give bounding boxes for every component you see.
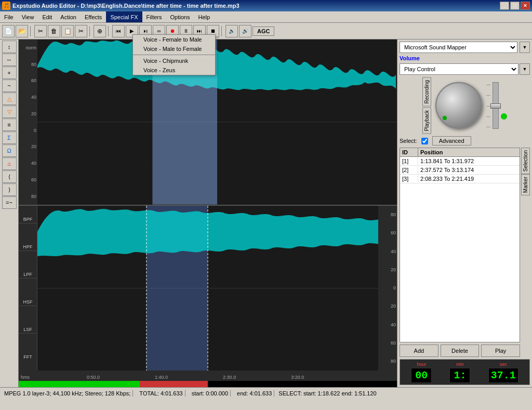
tool-select[interactable]: ↕ [2,41,17,53]
menu-action[interactable]: Action [56,11,81,22]
tool-zoom-in[interactable]: + [2,67,17,79]
volume-knob[interactable] [435,82,482,129]
tool-silence[interactable]: ≡ [2,118,17,131]
marker-tab[interactable]: Marker [521,174,530,195]
filter-labels: BPF HPF LPF HSF LSF FFT [19,206,37,371]
tool-draw[interactable]: ~ [2,80,17,92]
menu-view[interactable]: View [18,11,38,22]
slider-scale: — — — — — [486,82,490,129]
menu-options[interactable]: Options [166,11,194,22]
menu-bar: File View Edit Action Effects Special FX… [0,11,532,23]
marker-panel: ID Position [1] 1:13.841 To 1:31.972 [2]… [400,148,520,342]
menu-effects[interactable]: Effects [81,11,106,22]
ruler-320: 3:20.0 [291,375,304,380]
marker-add-button[interactable]: Add [400,345,438,357]
select-label: Select: [400,138,417,144]
marker-buttons: Add Delete Play [400,345,520,357]
select-checkbox[interactable] [421,138,428,144]
menu-file[interactable]: File [0,11,18,22]
marker-id-3: [3] [400,175,418,182]
paste-button[interactable]: ✂ [75,25,87,37]
menu-voice-male-to-female[interactable]: Voice - Male to Female [133,44,215,54]
close-button[interactable]: ✕ [521,2,530,10]
device-selector-row: Microsoft Sound Mapper ▼ [400,42,530,53]
tool-fade-in[interactable]: △ [2,92,17,105]
vol-down-button[interactable]: 🔉 [225,25,238,37]
timer-sec-display: 37.1 [488,368,518,383]
device-dropdown-btn[interactable]: ▼ [520,42,530,53]
left-toolbar: ↕ ↔ + ~ △ ▽ ≡ Σ Ω ⌂ ⟨ ⟩ =~ [0,39,19,387]
tool-left[interactable]: ⟨ [2,170,17,183]
play-control-select[interactable]: Play Control [400,63,518,75]
menu-help[interactable]: Help [194,11,214,22]
marker-row-2[interactable]: [2] 2:37.572 To 3:13.174 [400,166,520,175]
tool-special[interactable]: ⌂ [2,157,17,170]
delete-button[interactable]: 🗑 [48,25,60,37]
marker-id-2: [2] [400,166,418,174]
menu-edit[interactable]: Edit [38,11,56,22]
recording-tab[interactable]: Recording [422,77,431,107]
marker-pos-1: 1:13.841 To 1:31.972 [418,157,476,165]
copy-button[interactable]: 📋 [61,25,74,37]
tool-wave[interactable]: Σ [2,131,17,144]
tool-right[interactable]: ⟩ [2,183,17,196]
cut-button[interactable]: ✂ [34,25,47,37]
marker-header: ID Position [400,148,520,157]
menu-voice-chipmunk[interactable]: Voice - Chipmunk [133,56,215,65]
marker-col-position: Position [418,148,445,156]
status-bar: MPEG 1.0 layer-3; 44,100 kHz; Stereo; 12… [0,387,532,399]
timer-hour-label: hour [417,362,426,367]
tool-move[interactable]: ↔ [2,54,17,66]
toolbar-separator-4 [221,26,223,36]
menu-filters[interactable]: Filters [142,11,166,22]
marker-row-3[interactable]: [3] 2:08.233 To 2:21.419 [400,175,520,183]
toolbar-separator-3 [108,26,110,36]
maximize-button[interactable]: □ [510,2,520,10]
status-end: end: 4:01.633 [235,390,274,396]
knob-indicator [443,116,447,120]
menu-separator [133,55,215,55]
transport-rewind[interactable]: ⏮ [112,25,125,37]
tool-eq[interactable]: =~ [2,196,17,209]
selection-tab[interactable]: Selection [521,148,530,174]
volume-slider-track[interactable] [493,82,499,129]
vol-up-button[interactable]: 🔊 [239,25,251,37]
play-control-dropdown-btn[interactable]: ▼ [520,63,530,75]
marker-delete-button[interactable]: Delete [441,345,480,357]
marker-row-1[interactable]: [1] 1:13.841 To 1:31.972 [400,157,520,166]
status-file-info: MPEG 1.0 layer-3; 44,100 kHz; Stereo; 12… [2,390,133,396]
marker-pos-3: 2:08.233 To 2:21.419 [418,175,476,182]
new-button[interactable]: 📄 [2,25,15,37]
window-title: Expstudio Audio Editor - D:\mp3\English.… [12,3,240,9]
menu-voice-female-to-male[interactable]: Voice - Female to Male [133,35,215,44]
device-select[interactable]: Microsoft Sound Mapper [400,42,517,53]
volume-slider-area: — — — — — [486,77,507,134]
waveform-bottom[interactable] [37,206,378,371]
timer-sec-label: sec [500,362,507,367]
minimize-button[interactable]: _ [500,2,509,10]
advanced-button[interactable]: Advanced [432,136,471,146]
agc-button[interactable]: AGC [252,27,274,36]
y-labels-bottom: 80 60 40 20 0 20 40 60 80 [378,206,397,371]
timer-hour-group: hour 00 [411,362,432,383]
timer-min-display: 1: [449,368,470,383]
volume-slider-thumb[interactable] [490,103,501,109]
playback-tab[interactable]: Playback [422,108,431,134]
menu-voice-zeus[interactable]: Voice - Zeus [133,65,215,75]
marker-play-button[interactable]: Play [481,345,520,357]
progress-selection [140,381,208,387]
timer-min-group: min 1: [449,362,470,383]
marker-id-1: [1] [400,157,418,165]
zoom-button[interactable]: ⊕ [94,25,106,37]
tool-filter[interactable]: Ω [2,144,17,157]
timer-min-label: min [456,362,464,367]
progress-bar[interactable] [19,381,397,387]
special-fx-dropdown-menu: Voice - Female to Male Voice - Male to F… [132,34,216,75]
open-button[interactable]: 📂 [16,25,28,37]
title-bar: 🎵 Expstudio Audio Editor - D:\mp3\Englis… [0,0,532,11]
y-labels-top: norm 80 60 40 20 0 20 40 60 80 [19,39,37,205]
waveform-top[interactable] [37,39,397,205]
ruler-140: 1:40.0 [155,375,168,380]
tool-fade-out[interactable]: ▽ [2,105,17,118]
menu-special-fx[interactable]: Special FX [106,11,142,22]
